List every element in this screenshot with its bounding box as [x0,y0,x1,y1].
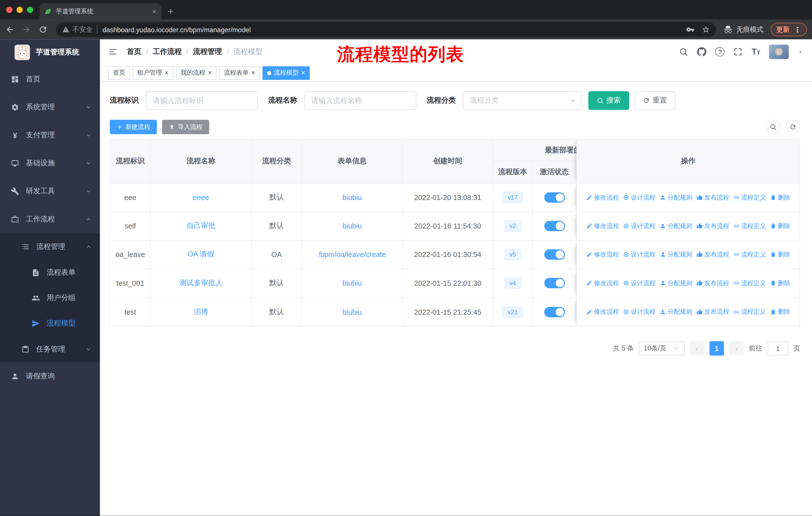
action-publish-link[interactable]: 发布流程 [696,222,729,230]
action-definition-link[interactable]: 流程定义 [733,222,766,230]
form-info-link[interactable]: biubiu [343,308,362,316]
form-info-link[interactable]: /bpm/oa/leave/create [318,250,386,259]
form-info-link[interactable]: biubiu [343,193,362,201]
reset-button[interactable]: 重置 [634,91,675,110]
tag-close-icon[interactable]: × [251,70,255,76]
breadcrumb-home[interactable]: 首页 [127,47,141,56]
category-select[interactable]: 流程分类 [463,91,582,110]
sidebar-item-user-group[interactable]: 用户分组 [0,285,100,311]
search-icon[interactable] [679,47,689,56]
page-size-select[interactable]: 10条/页 [639,341,685,356]
page-1-button[interactable]: 1 [709,341,724,356]
form-info-link[interactable]: biubiu [343,279,362,287]
action-modify-link[interactable]: 修改流程 [586,307,619,316]
action-definition-link[interactable]: 流程定义 [733,193,766,202]
tag-process-model[interactable]: 流程模型 × [263,66,310,79]
process-name-link[interactable]: 滔博 [194,307,208,317]
window-close-button[interactable] [6,7,12,13]
next-page-button[interactable]: › [729,341,744,356]
tag-close-icon[interactable]: × [301,70,305,76]
create-process-button[interactable]: 新建流程 [110,120,157,134]
avatar-caret-icon[interactable] [798,49,804,55]
browser-menu-icon[interactable]: ⋮ [794,25,801,34]
tag-process-form[interactable]: 流程表单 × [219,66,260,79]
password-key-icon[interactable] [686,25,694,34]
breadcrumb-process-management[interactable]: 流程管理 [193,47,222,56]
address-bar[interactable]: 不安全 dashboard.yudao.iocoder.cn/bpm/manag… [56,22,716,37]
active-toggle[interactable] [544,249,564,260]
action-modify-link[interactable]: 修改流程 [586,222,619,230]
sidebar-item-process-management[interactable]: 流程管理 [0,233,100,260]
action-delete-link[interactable]: 删除 [770,250,790,259]
action-design-link[interactable]: 设计流程 [623,222,656,230]
sidebar-item-system-management[interactable]: 系统管理 [0,93,100,121]
action-modify-link[interactable]: 修改流程 [586,250,619,259]
tab-close-icon[interactable]: × [152,8,156,15]
user-avatar[interactable] [769,45,789,59]
action-delete-link[interactable]: 删除 [770,222,790,230]
action-assign-rule-link[interactable]: 分配规则 [660,307,692,316]
active-toggle[interactable] [544,307,564,317]
sidebar-item-home[interactable]: 首页 [0,65,100,93]
sidebar-item-leave-query[interactable]: 请假查询 [0,362,100,390]
action-delete-link[interactable]: 删除 [770,307,790,316]
sidebar-item-dev-tools[interactable]: 研发工具 [0,178,100,205]
process-name-link[interactable]: OA 请假 [187,250,214,259]
tag-my-process[interactable]: 我的流程 × [176,66,217,79]
page-jump-input[interactable] [767,341,788,356]
sidebar-item-infrastructure[interactable]: 基础设施 [0,150,100,178]
tag-tenant-management[interactable]: 租户管理 × [133,66,173,79]
action-design-link[interactable]: 设计流程 [623,193,656,202]
browser-tab[interactable]: 芋道管理系统 × [39,3,162,20]
action-publish-link[interactable]: 发布流程 [696,250,729,259]
help-icon[interactable]: ? [715,47,725,56]
new-tab-button[interactable]: + [168,6,174,16]
sidebar-item-process-form[interactable]: 流程表单 [0,260,100,285]
action-design-link[interactable]: 设计流程 [623,279,656,288]
github-icon[interactable] [697,47,706,56]
reload-icon[interactable] [38,25,48,34]
process-name-link[interactable]: eeee [193,193,209,201]
action-modify-link[interactable]: 修改流程 [586,279,619,288]
tag-home[interactable]: 首页 [108,66,130,79]
action-publish-link[interactable]: 发布流程 [696,307,729,316]
process-key-input[interactable] [146,91,258,110]
process-name-input[interactable] [304,91,416,110]
active-toggle[interactable] [544,221,564,231]
action-publish-link[interactable]: 发布流程 [696,193,729,202]
url-text[interactable]: dashboard.yudao.iocoder.cn/bpm/manager/m… [103,26,251,33]
import-process-button[interactable]: 导入流程 [162,120,209,134]
action-design-link[interactable]: 设计流程 [623,250,656,259]
sidebar-item-process-model[interactable]: 流程模型 [0,310,100,336]
sidebar-collapse-icon[interactable] [108,47,118,56]
window-zoom-button[interactable] [27,7,33,13]
action-assign-rule-link[interactable]: 分配规则 [660,279,692,288]
security-label[interactable]: 不安全 [72,25,93,34]
active-toggle[interactable] [544,278,564,288]
process-name-link[interactable]: 自己审批 [186,221,215,231]
browser-update-button[interactable]: 更新 ⋮ [771,23,807,36]
sidebar-item-payment-management[interactable]: ¥ 支付管理 [0,121,100,149]
action-modify-link[interactable]: 修改流程 [586,193,619,202]
font-size-icon[interactable]: TT [752,47,760,56]
tag-close-icon[interactable]: × [208,70,212,76]
action-publish-link[interactable]: 发布流程 [696,279,729,288]
window-minimize-button[interactable] [17,7,23,13]
action-delete-link[interactable]: 删除 [770,279,790,288]
form-info-link[interactable]: biubiu [343,222,362,230]
prev-page-button[interactable]: ‹ [690,341,704,356]
action-delete-link[interactable]: 删除 [770,193,790,202]
action-design-link[interactable]: 设计流程 [623,307,656,316]
action-assign-rule-link[interactable]: 分配规则 [660,193,692,202]
action-definition-link[interactable]: 流程定义 [733,279,766,288]
action-definition-link[interactable]: 流程定义 [733,307,766,316]
action-definition-link[interactable]: 流程定义 [733,250,766,259]
sidebar-item-workflow[interactable]: 工作流程 [0,205,100,233]
action-assign-rule-link[interactable]: 分配规则 [660,222,692,230]
bookmark-star-icon[interactable] [702,25,710,34]
back-icon[interactable] [5,25,14,34]
active-toggle[interactable] [544,192,564,202]
app-logo[interactable]: 芋道管理系统 [0,39,100,65]
sidebar-item-task-management[interactable]: 任务管理 [0,336,100,362]
process-name-link[interactable]: 测试多审批人 [179,278,223,288]
